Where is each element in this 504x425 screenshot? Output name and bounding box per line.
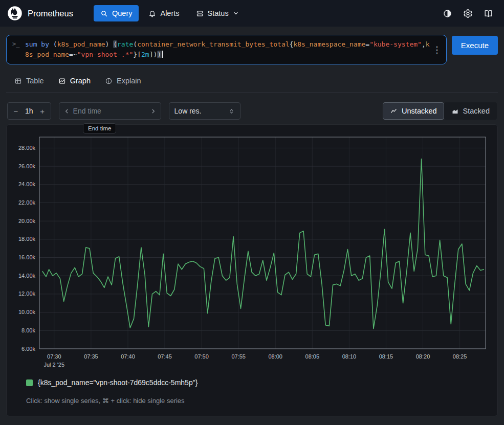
range-stepper: − 1h + [7, 102, 51, 120]
svg-text:20.00k: 20.00k [18, 218, 36, 224]
legend-item[interactable]: {k8s_pod_name="vpn-shoot-7d69c5ddcc-5mh5… [26, 378, 490, 387]
select-chevrons-icon [228, 108, 235, 115]
search-icon [100, 10, 108, 17]
chevron-down-icon [233, 10, 239, 16]
query-options-menu-button[interactable]: ⋮ [431, 42, 443, 57]
svg-text:24.00k: 24.00k [18, 182, 36, 188]
prompt-icon: >_ [12, 40, 19, 48]
svg-text:22.00k: 22.00k [18, 199, 36, 206]
nav-query-button[interactable]: Query [94, 5, 139, 21]
bell-icon [148, 10, 156, 17]
tabs-divider [6, 92, 498, 93]
line-chart-icon [390, 107, 398, 115]
svg-text:26.00k: 26.00k [18, 163, 36, 169]
svg-text:8.00k: 8.00k [21, 327, 35, 333]
brand: Prometheus [7, 6, 73, 21]
end-time-tooltip: End time [83, 123, 116, 133]
status-icon [196, 10, 204, 17]
main-content: >_ sum by (k8s_pod_name) (rate(container… [0, 27, 504, 416]
resolution-select[interactable]: Low res. [169, 102, 240, 120]
end-time-picker[interactable] [59, 102, 161, 120]
query-row: >_ sum by (k8s_pod_name) (rate(container… [6, 35, 498, 64]
execute-button[interactable]: Execute [452, 36, 498, 55]
view-tabs: Table Graph Explain [9, 75, 495, 87]
end-time-forward-button[interactable] [150, 108, 157, 115]
settings-button[interactable] [459, 5, 476, 22]
stacked-area-icon [451, 107, 459, 115]
top-navbar: Prometheus Query Alerts Status [0, 0, 504, 27]
svg-text:08:20: 08:20 [416, 353, 430, 360]
svg-text:18.00k: 18.00k [18, 236, 36, 242]
range-value[interactable]: 1h [23, 107, 35, 115]
svg-text:28.00k: 28.00k [18, 145, 36, 151]
svg-text:08:05: 08:05 [305, 353, 320, 360]
tab-explain[interactable]: Explain [105, 75, 141, 87]
table-icon [14, 77, 22, 85]
series-label: {k8s_pod_name="vpn-shoot-7d69c5ddcc-5mh5… [38, 378, 198, 387]
resolution-value: Low res. [174, 107, 202, 115]
graph-icon [58, 77, 66, 85]
svg-text:08:15: 08:15 [379, 353, 393, 360]
range-decrease-button[interactable]: − [9, 103, 23, 119]
svg-text:08:00: 08:00 [268, 353, 282, 360]
svg-text:10.00k: 10.00k [18, 309, 36, 315]
stacked-button[interactable]: Stacked [444, 102, 497, 120]
time-series-chart[interactable]: 6.00k8.00k10.00k12.00k14.00k16.00k18.00k… [14, 135, 490, 370]
range-increase-button[interactable]: + [35, 103, 50, 119]
query-expression-text[interactable]: sum by (k8s_pod_name) (rate(container_ne… [25, 39, 431, 60]
svg-text:07:50: 07:50 [194, 353, 209, 360]
book-icon [484, 9, 493, 18]
svg-text:07:35: 07:35 [84, 353, 98, 360]
svg-text:08:25: 08:25 [453, 353, 467, 360]
end-time-back-button[interactable] [63, 108, 70, 115]
legend-hint-text: Click: show single series, ⌘ + click: hi… [26, 397, 490, 405]
end-time-input[interactable] [73, 107, 147, 115]
svg-text:16.00k: 16.00k [18, 254, 36, 260]
svg-text:Jul 2 '25: Jul 2 '25 [43, 362, 64, 368]
series-color-swatch [26, 379, 33, 386]
query-expression-input[interactable]: >_ sum by (k8s_pod_name) (rate(container… [6, 35, 447, 64]
svg-text:07:40: 07:40 [121, 353, 135, 360]
contrast-icon [443, 9, 452, 18]
svg-text:14.00k: 14.00k [18, 273, 36, 279]
docs-button[interactable] [479, 5, 497, 22]
svg-text:08:10: 08:10 [342, 353, 357, 360]
prometheus-logo [7, 6, 23, 21]
info-icon [105, 77, 113, 85]
svg-text:07:55: 07:55 [231, 353, 246, 360]
svg-text:12.00k: 12.00k [18, 291, 36, 297]
svg-text:07:45: 07:45 [158, 353, 172, 360]
stacking-toggle: Unstacked Stacked [383, 102, 497, 120]
svg-text:07:30: 07:30 [47, 353, 61, 360]
nav-alerts-button[interactable]: Alerts [142, 5, 186, 21]
graph-controls: − 1h + Low res. [7, 102, 497, 120]
theme-toggle-button[interactable] [439, 5, 456, 22]
unstacked-button[interactable]: Unstacked [383, 102, 444, 120]
nav-status-menu[interactable]: Status [189, 5, 246, 21]
tab-graph[interactable]: Graph [58, 75, 91, 87]
gear-icon [463, 9, 473, 18]
graph-panel: 6.00k8.00k10.00k12.00k14.00k16.00k18.00k… [6, 124, 498, 416]
tab-table[interactable]: Table [14, 75, 44, 87]
svg-text:6.00k: 6.00k [21, 346, 35, 352]
app-title: Prometheus [28, 9, 73, 18]
